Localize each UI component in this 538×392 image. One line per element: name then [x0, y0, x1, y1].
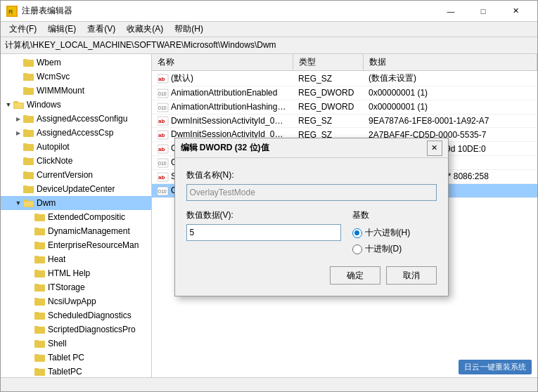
radio-hex-label: 十六进制(H)	[365, 227, 411, 239]
cell-type: REG_DWORD	[293, 100, 363, 114]
tree-toggle[interactable]	[25, 226, 34, 236]
tree-toggle[interactable]	[25, 339, 34, 348]
col-type[interactable]: 类型	[293, 54, 363, 71]
main-window: R 注册表编辑器 — □ ✕ 文件(F) 编辑(E) 查看(V) 收藏夹(A) …	[0, 0, 538, 392]
tree-toggle[interactable]	[25, 212, 34, 222]
menu-file[interactable]: 文件(F)	[4, 22, 42, 37]
dialog-cancel-button[interactable]: 取消	[386, 266, 437, 285]
tree-item-itstorage[interactable]: ITStorage	[1, 280, 151, 294]
tree-toggle[interactable]	[25, 296, 34, 306]
table-row[interactable]: 010AnimationAttributionEnabledREG_DWORD0…	[152, 86, 537, 100]
table-row[interactable]: ab(默认)REG_SZ(数值未设置)	[152, 71, 537, 86]
tree-toggle[interactable]	[13, 170, 23, 180]
tree-toggle[interactable]	[25, 311, 34, 320]
dialog-value-label: 数值数据(V):	[186, 209, 341, 221]
tree-item-currentversion[interactable]: CurrentVersion	[1, 168, 151, 182]
menu-favorites[interactable]: 收藏夹(A)	[121, 22, 169, 37]
tree-item-ncsiuwpapp[interactable]: NcsiUwpApp	[1, 294, 151, 308]
tree-item-scheduleddiagnostics[interactable]: ScheduledDiagnostics	[1, 308, 151, 322]
tree-item-enterpriseresourceman[interactable]: EnterpriseResourceMan	[1, 238, 151, 252]
tree-label: ScheduledDiagnostics	[48, 311, 132, 320]
tree-toggle[interactable]	[13, 86, 23, 96]
reg-ab-icon: ab	[158, 144, 169, 154]
tree-toggle[interactable]	[13, 142, 23, 152]
tree-item-shell[interactable]: Shell	[1, 337, 151, 351]
tree-item-deviceupdatecenter[interactable]: DeviceUpdateCenter	[1, 182, 151, 196]
col-name[interactable]: 名称	[152, 54, 293, 71]
svg-rect-33	[34, 256, 39, 258]
menu-edit[interactable]: 编辑(E)	[42, 22, 82, 37]
menu-view[interactable]: 查看(V)	[82, 22, 121, 37]
tree-item-wbem[interactable]: Wbem	[1, 55, 151, 70]
tree-toggle[interactable]	[25, 240, 34, 250]
tree-toggle[interactable]: ▶	[13, 128, 23, 138]
minimize-button[interactable]: —	[435, 1, 467, 22]
tree-item-dwm[interactable]: ▼ Dwm	[1, 196, 151, 210]
tree-toggle[interactable]	[25, 367, 34, 377]
table-row[interactable]: 010AnimationAttributionHashingEnabledREG…	[152, 100, 537, 114]
svg-rect-45	[34, 340, 39, 342]
tree-toggle[interactable]	[13, 156, 23, 166]
tree-item-autopilot[interactable]: Autopilot	[1, 140, 151, 154]
tree-item-extendedcompositic[interactable]: ExtendedCompositic	[1, 210, 151, 224]
tree-item-assignedaccessconfig[interactable]: ▶ AssignedAccessConfigu	[1, 112, 151, 126]
dialog-title: 编辑 DWORD (32 位)值	[181, 142, 427, 154]
svg-rect-37	[34, 284, 39, 286]
tree-item-clicknote[interactable]: ClickNote	[1, 154, 151, 168]
close-button[interactable]: ✕	[499, 1, 532, 22]
tree-toggle[interactable]	[25, 353, 34, 362]
tree-item-wimmount[interactable]: WIMMMount	[1, 84, 151, 98]
tree-item-tabletpc-space[interactable]: Tablet PC	[1, 351, 151, 365]
dialog-value-input[interactable]	[186, 224, 341, 241]
svg-text:ab: ab	[158, 174, 165, 181]
cell-name: 010AnimationAttributionEnabled	[152, 86, 293, 100]
svg-rect-16	[23, 143, 27, 145]
dialog-row: 数值数据(V): 基数 十六进制(H) 十进制(D)	[186, 209, 437, 255]
col-data[interactable]: 数据	[363, 54, 537, 71]
folder-icon	[23, 170, 34, 180]
dialog-ok-button[interactable]: 确定	[330, 266, 380, 285]
radio-hex[interactable]: 十六进制(H)	[352, 227, 437, 239]
tree-toggle[interactable]	[13, 184, 23, 194]
folder-icon	[34, 339, 46, 348]
svg-rect-18	[23, 157, 27, 159]
folder-icon	[23, 114, 34, 124]
tree-item-scripteddiagnosticspro[interactable]: ScriptedDiagnosticsPro	[1, 322, 151, 337]
tree-toggle[interactable]	[25, 325, 34, 334]
table-row[interactable]: abDwmInitSessionActivityId_00000001REG_S…	[152, 114, 537, 128]
maximize-button[interactable]: □	[467, 1, 499, 22]
svg-rect-12	[23, 115, 27, 117]
tree-item-tabletpc[interactable]: TabletPC	[1, 365, 151, 377]
tree-toggle[interactable]	[13, 72, 23, 81]
tree-item-heat[interactable]: Heat	[1, 252, 151, 266]
tree-item-htmlhelp[interactable]: HTML Help	[1, 266, 151, 280]
dialog-name-label: 数值名称(N):	[186, 169, 437, 181]
svg-rect-39	[34, 298, 39, 300]
dialog-name-input[interactable]	[186, 184, 437, 201]
tree-item-dynamicmanagement[interactable]: DynamicManagement	[1, 224, 151, 238]
watermark-text: 日云一键重装系统	[464, 362, 526, 371]
menu-help[interactable]: 帮助(H)	[169, 22, 209, 37]
tree-toggle[interactable]	[25, 282, 34, 292]
tree-panel: Wbem WcmSvc WIMMMount ▼ Windows ▶ Assign…	[1, 54, 152, 377]
tree-item-windows[interactable]: ▼ Windows	[1, 98, 151, 112]
tree-toggle[interactable]: ▶	[13, 114, 23, 124]
svg-text:010: 010	[158, 105, 167, 110]
svg-rect-20	[23, 171, 27, 174]
svg-text:010: 010	[158, 189, 167, 194]
tree-toggle[interactable]: ▼	[13, 198, 23, 208]
radio-dec[interactable]: 十进制(D)	[352, 243, 437, 255]
folder-icon	[23, 58, 34, 67]
edit-dword-dialog: 编辑 DWORD (32 位)值 ✕ 数值名称(N): 数值数据(V): 基数	[174, 138, 449, 296]
tree-item-assignedaccesscsp[interactable]: ▶ AssignedAccessCsp	[1, 126, 151, 140]
dialog-close-button[interactable]: ✕	[427, 141, 442, 156]
tree-toggle[interactable]	[25, 254, 34, 264]
tree-label: Heat	[48, 254, 65, 264]
tree-label: DeviceUpdateCenter	[37, 184, 115, 194]
tree-item-wcmsvc[interactable]: WcmSvc	[1, 70, 151, 84]
tree-toggle[interactable]: ▼	[4, 100, 13, 110]
folder-open-icon	[13, 100, 25, 110]
tree-toggle[interactable]	[25, 268, 34, 278]
tree-toggle[interactable]	[13, 58, 23, 67]
window-title: 注册表编辑器	[22, 5, 435, 17]
